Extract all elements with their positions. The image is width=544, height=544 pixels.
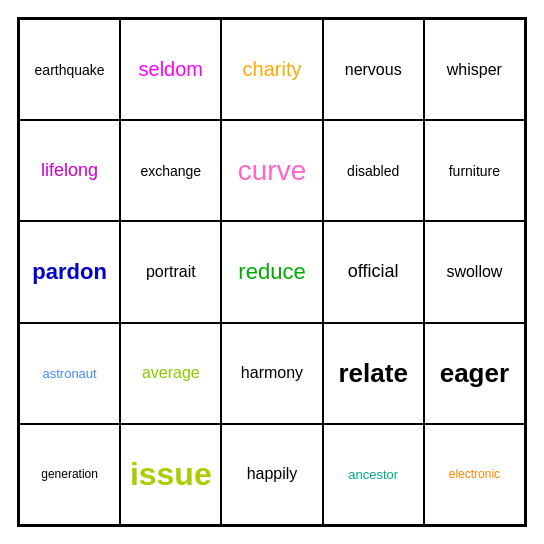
word-2-2: reduce [238, 259, 305, 285]
word-0-2: charity [243, 58, 302, 81]
word-3-4: eager [440, 358, 509, 389]
cell-4-2: happily [221, 424, 322, 525]
word-2-4: swollow [446, 263, 502, 281]
word-1-3: disabled [347, 163, 399, 179]
bingo-grid: earthquakeseldomcharitynervouswhisperlif… [17, 17, 527, 527]
cell-2-1: portrait [120, 221, 221, 322]
word-4-1: issue [130, 456, 212, 493]
cell-2-4: swollow [424, 221, 525, 322]
cell-2-0: pardon [19, 221, 120, 322]
cell-3-3: relate [323, 323, 424, 424]
cell-1-3: disabled [323, 120, 424, 221]
word-2-3: official [348, 261, 399, 282]
cell-4-3: ancestor [323, 424, 424, 525]
word-1-0: lifelong [41, 160, 98, 181]
word-0-0: earthquake [35, 62, 105, 78]
cell-4-0: generation [19, 424, 120, 525]
word-0-3: nervous [345, 61, 402, 79]
word-0-4: whisper [447, 61, 502, 79]
cell-1-1: exchange [120, 120, 221, 221]
cell-0-4: whisper [424, 19, 525, 120]
word-4-3: ancestor [348, 467, 398, 482]
cell-0-1: seldom [120, 19, 221, 120]
word-0-1: seldom [139, 58, 203, 81]
word-4-4: electronic [449, 467, 500, 481]
cell-2-2: reduce [221, 221, 322, 322]
word-1-1: exchange [140, 163, 201, 179]
word-3-1: average [142, 364, 200, 382]
cell-0-3: nervous [323, 19, 424, 120]
word-2-0: pardon [32, 259, 107, 285]
cell-2-3: official [323, 221, 424, 322]
cell-1-0: lifelong [19, 120, 120, 221]
cell-1-2: curve [221, 120, 322, 221]
cell-3-4: eager [424, 323, 525, 424]
cell-3-1: average [120, 323, 221, 424]
word-1-4: furniture [449, 163, 500, 179]
word-4-2: happily [247, 465, 298, 483]
word-3-2: harmony [241, 364, 303, 382]
cell-3-0: astronaut [19, 323, 120, 424]
cell-3-2: harmony [221, 323, 322, 424]
word-4-0: generation [41, 467, 98, 481]
cell-0-0: earthquake [19, 19, 120, 120]
cell-4-1: issue [120, 424, 221, 525]
word-3-0: astronaut [42, 366, 96, 381]
word-3-3: relate [339, 358, 408, 389]
cell-4-4: electronic [424, 424, 525, 525]
cell-1-4: furniture [424, 120, 525, 221]
word-2-1: portrait [146, 263, 196, 281]
word-1-2: curve [238, 155, 306, 187]
cell-0-2: charity [221, 19, 322, 120]
